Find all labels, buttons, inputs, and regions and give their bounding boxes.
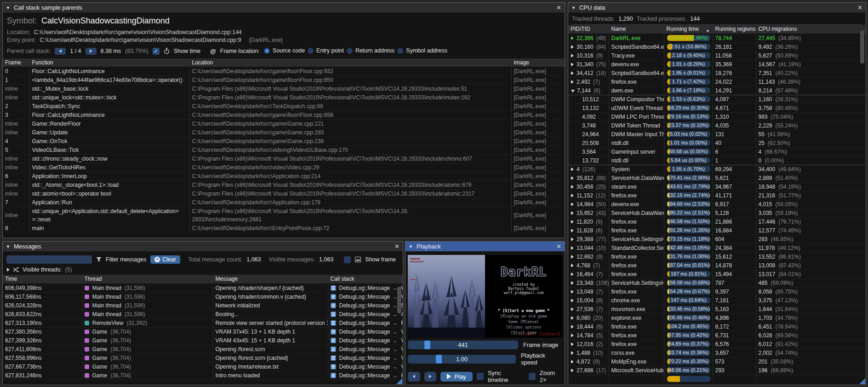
expand-icon[interactable] <box>571 255 574 259</box>
callstack-frame-row[interactable]: inlinestd::unique_ptr<Application,std::d… <box>3 207 565 224</box>
expand-threads-icon[interactable] <box>7 268 10 271</box>
message-row[interactable]: 627,399,326nsGame(36,704)VRAM 43x45: 15 … <box>3 336 403 345</box>
cpu-process-row[interactable]: 18,444(6)firefox.exe104.2 ms (0.45%)8,17… <box>568 322 866 331</box>
cpu-process-row[interactable]: 14,784(5)firefox.exe97.95 ms (0.42%)6,73… <box>568 331 866 340</box>
cpu-process-row[interactable]: 13,044(10)StandardCollector.Servic242.48… <box>568 243 866 252</box>
sync-timeline-checkbox[interactable] <box>477 373 484 380</box>
column-header-location[interactable]: Location <box>189 58 511 67</box>
expand-icon[interactable] <box>571 229 574 232</box>
zoom-2x-checkbox[interactable] <box>529 373 536 380</box>
message-callstack-cell[interactable]: DebugLog::Message←VideoMemo <box>328 327 403 336</box>
cpu-process-row[interactable]: 13,132uDWM Event Thread68.29 ms (0.30%)4… <box>568 104 866 112</box>
message-callstack-cell[interactable]: DebugLog::Message←VFS::Open <box>328 292 403 301</box>
callstack-frame-row[interactable]: 8mainC:\Users\wolf\Desktop\darkrl\src\En… <box>3 224 565 232</box>
message-callstack-cell[interactable]: DebugLog::Message←StartNetwo <box>328 301 403 310</box>
column-header-time[interactable]: Time <box>3 275 82 283</box>
callstack-frame-row[interactable]: 2TaskDispatch::SyncC:\Users\wolf\Desktop… <box>3 102 565 111</box>
visible-threads-label[interactable]: Visible threads: <box>23 266 62 273</box>
cpu-process-row[interactable]: 2,492(7)firefox.exe1.71 s (7.42%)24,0221… <box>568 77 866 86</box>
callstack-frame-row[interactable]: inlinestd::unique_lock<std::mutex>::lock… <box>3 93 565 102</box>
expand-icon[interactable] <box>571 316 574 320</box>
expand-icon[interactable] <box>571 185 574 189</box>
callstack-frame-row[interactable]: 0Floor::CalcLightNoLuminanceC:\Users\wol… <box>3 67 565 76</box>
frame-location-radio-source-code[interactable]: Source code <box>264 47 305 54</box>
cpu-process-row[interactable]: 22,396(49)DarkRL.exe14.33 s (62.06%)78,7… <box>568 34 866 42</box>
cpu-process-row[interactable]: 27,696(17)Microsoft.ServiceHub.Co48.06 m… <box>568 366 866 375</box>
cpu-process-row[interactable]: 15,004(8)chrome.exe147 ms (0.64%)7,1613,… <box>568 296 866 305</box>
expand-icon[interactable] <box>571 220 574 224</box>
expand-icon[interactable] <box>571 202 574 206</box>
clear-button[interactable]: ✕Clear <box>150 255 180 264</box>
callstack-frame-row[interactable]: 6Application::InnerLoopC:\Users\wolf\Des… <box>3 172 565 181</box>
message-callstack-cell[interactable]: DebugLog::Message←RemoteVie <box>328 318 403 327</box>
callstack-frame-row[interactable]: inlineVideo::GetTicksHiResC:\Users\wolf\… <box>3 163 565 172</box>
message-row[interactable]: 627,313,190nsRemoteView(31,392)Remote vi… <box>3 318 403 327</box>
close-icon[interactable]: ✕ <box>394 243 400 250</box>
frame-location-radio-symbol-address[interactable]: Symbol address <box>397 47 447 54</box>
message-row[interactable]: 606,049,398nsMain thread(31,596)Opening … <box>3 283 403 292</box>
expand-icon[interactable] <box>571 342 574 346</box>
frame-location-radio-return-address[interactable]: Return address <box>347 47 394 54</box>
expand-icon[interactable] <box>571 246 574 250</box>
prev-frame-button[interactable] <box>408 372 420 381</box>
playback-speed-slider[interactable]: 1.00 <box>408 355 516 364</box>
cpu-process-row[interactable]: 29,388(77)ServiceHub.SettingsHost273.15 … <box>568 235 866 243</box>
close-icon[interactable]: ✕ <box>556 4 561 11</box>
callstack-frame-row[interactable]: inlineGame::RenderFloorC:\Users\wolf\Des… <box>3 120 565 128</box>
expand-icon[interactable] <box>571 45 574 49</box>
next-callstack-button[interactable] <box>86 48 97 55</box>
message-callstack-cell[interactable]: DebugLog::Message←VFS::Open <box>328 345 403 353</box>
cpu-process-row[interactable]: 30,160(84)ScriptedSandbox64.exe2.51 s (1… <box>568 42 866 51</box>
close-icon[interactable]: ✕ <box>556 243 561 250</box>
prev-callstack-button[interactable] <box>55 48 66 55</box>
callstack-frame-row[interactable]: inlinestd::_Mutex_base::lockC:\Program F… <box>3 85 565 93</box>
cpu-process-row[interactable]: 7,144(8)dwm.exe1.66 s (7.18%)14,2918,214… <box>568 86 866 95</box>
message-row[interactable]: 627,667,736nsGame(36,704)Opening /meta/r… <box>3 362 403 371</box>
expand-icon[interactable] <box>571 36 574 40</box>
resize-grip[interactable] <box>396 378 402 384</box>
cpu-process-row[interactable]: 10,316(9)Tracy.exe2.18 s (9.45%)11,0585,… <box>568 51 866 60</box>
callstack-frame-row[interactable]: 3Floor::CalcLightNoLuminanceC:\Users\wol… <box>3 111 565 120</box>
column-header-thread[interactable]: Thread <box>82 275 213 283</box>
cpu-process-row[interactable]: 12,016(2)firefox.exe84.89 ms (0.37%)6,57… <box>568 340 866 348</box>
expand-icon[interactable] <box>571 194 574 197</box>
column-header-running-time[interactable]: Running time▼ <box>664 25 713 34</box>
expand-icon[interactable] <box>571 211 574 215</box>
column-header-image[interactable]: Image <box>511 58 565 67</box>
callstack-frame-row[interactable]: 7Application::RunC:\Users\wolf\Desktop\d… <box>3 198 565 207</box>
cpu-process-row[interactable]: 12,692(9)firefox.exe231.76 ms (1.00%)15,… <box>568 252 866 261</box>
message-row[interactable]: 627,558,996nsGame(36,704)Opening /forest… <box>3 353 403 362</box>
expand-icon[interactable] <box>571 369 574 372</box>
callstack-frame-row[interactable]: 5VideoGLBase::TickC:\Users\wolf\Desktop\… <box>3 146 565 155</box>
cpu-process-row[interactable]: 24,964DWM Master Input Thread5.03 ms (0.… <box>568 130 866 139</box>
column-header-name[interactable]: Name <box>609 25 664 34</box>
expand-icon[interactable] <box>571 360 574 364</box>
cpu-process-row[interactable]: 35,812(88)ServiceHub.DataWarehou670.41 m… <box>568 173 866 182</box>
cpu-process-row[interactable]: 27,536(7)msvsmon.exe133.45 ms (0.58%)5,1… <box>568 305 866 313</box>
message-row[interactable]: 627,411,606nsGame(36,704)Opening /forest… <box>3 345 403 353</box>
message-row[interactable]: 627,380,356nsGame(36,704)VRAM 37x45: 13 … <box>3 327 403 336</box>
cpu-process-row[interactable]: 4,092DWM LPC Port Thread29.16 ms (0.13%)… <box>568 112 866 121</box>
expand-icon[interactable] <box>571 237 574 241</box>
message-row[interactable]: 627,831,246nsGame(36,704)Intro menu load… <box>3 371 403 380</box>
expand-icon[interactable] <box>571 334 574 337</box>
cpu-process-row[interactable]: 8,080(20)explorer.exe105.66 ms (0.46%)4,… <box>568 313 866 322</box>
column-header-running-regions[interactable]: Running regions <box>713 25 756 34</box>
expand-icon[interactable] <box>571 80 574 84</box>
cpu-process-row[interactable] <box>568 375 866 382</box>
callstack-frame-row[interactable]: inlineGame::UpdateC:\Users\wolf\Desktop\… <box>3 128 565 137</box>
cpu-process-row[interactable]: 4,768(7)firefox.exe187.54 ms (0.81%)14,8… <box>568 261 866 270</box>
column-header-pid-tid[interactable]: PID/TID <box>568 25 609 34</box>
messages-scrollbar[interactable] <box>397 287 401 313</box>
message-callstack-cell[interactable]: DebugLog::Message←VFS::Open <box>328 283 403 292</box>
callstack-frame-row[interactable]: 4Game::OnTickC:\Users\wolf\Desktop\darkr… <box>3 137 565 146</box>
close-icon[interactable]: ✕ <box>857 4 862 11</box>
expand-icon[interactable] <box>571 290 574 294</box>
callstack-frame-row[interactable]: inlinestd::_Atomic_storage<bool,1>::load… <box>3 181 565 190</box>
cpu-process-row[interactable]: 34,412(18)ScriptedSandbox64.exe1.85 s (8… <box>568 69 866 77</box>
message-callstack-cell[interactable]: DebugLog::Message←VFS::Open <box>328 362 403 371</box>
expand-icon[interactable] <box>571 281 574 285</box>
expand-icon[interactable] <box>571 272 574 276</box>
filter-input[interactable] <box>6 255 92 264</box>
collapse-icon[interactable]: ▼ <box>571 6 576 10</box>
